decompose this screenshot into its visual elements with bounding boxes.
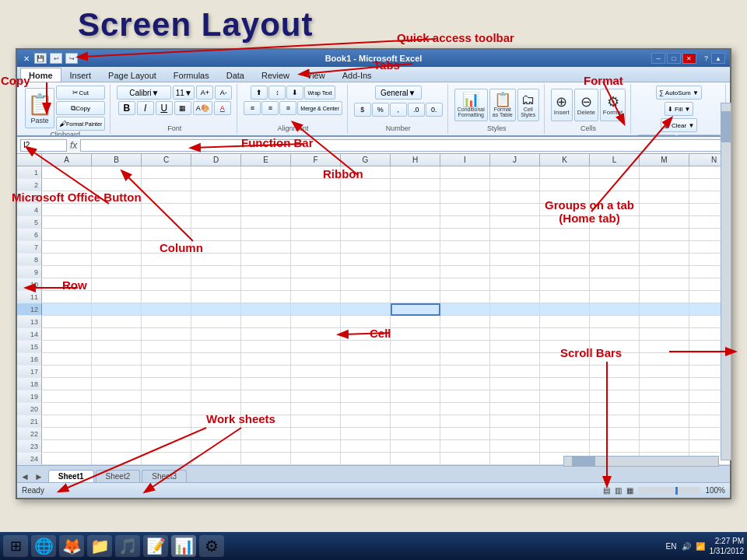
number-format-dropdown[interactable]: General ▼	[375, 86, 422, 100]
merge-button[interactable]: Merge & Center	[297, 101, 342, 115]
col-F[interactable]: F	[291, 154, 341, 166]
spreadsheet-cell[interactable]	[142, 378, 191, 390]
spreadsheet-cell[interactable]	[391, 254, 440, 266]
maximize-button[interactable]: □	[667, 53, 681, 64]
spreadsheet-cell[interactable]	[42, 303, 92, 316]
spreadsheet-cell[interactable]	[391, 428, 440, 440]
spreadsheet-cell[interactable]	[241, 191, 291, 204]
spreadsheet-cell[interactable]	[640, 266, 689, 278]
spreadsheet-cell[interactable]	[540, 266, 590, 278]
spreadsheet-cell[interactable]	[142, 415, 191, 428]
spreadsheet-cell[interactable]	[590, 241, 640, 254]
spreadsheet-cell[interactable]	[142, 266, 191, 278]
spreadsheet-cell[interactable]	[391, 216, 440, 229]
spreadsheet-cell[interactable]	[241, 278, 291, 291]
spreadsheet-cell[interactable]	[241, 303, 291, 316]
horizontal-scrollbar[interactable]	[563, 456, 719, 467]
close-button[interactable]: ✕	[682, 53, 696, 64]
spreadsheet-cell[interactable]	[540, 291, 590, 303]
tab-review[interactable]: Review	[253, 68, 298, 82]
font-size-dropdown[interactable]: 11 ▼	[173, 86, 195, 100]
spreadsheet-cell[interactable]	[640, 216, 689, 229]
spreadsheet-cell[interactable]	[291, 291, 341, 303]
spreadsheet-cell[interactable]	[241, 204, 291, 216]
taskbar-app-media[interactable]: 🎵	[115, 535, 140, 557]
spreadsheet-cell[interactable]	[640, 341, 689, 353]
view-normal-btn[interactable]: ▤	[603, 486, 610, 495]
spreadsheet-cell[interactable]	[191, 366, 241, 378]
spreadsheet-cell[interactable]	[241, 440, 291, 453]
spreadsheet-cell[interactable]	[540, 278, 590, 291]
spreadsheet-cell[interactable]	[440, 229, 490, 241]
col-G[interactable]: G	[341, 154, 391, 166]
spreadsheet-cell[interactable]	[341, 390, 391, 403]
spreadsheet-cell[interactable]	[241, 378, 291, 390]
spreadsheet-cell[interactable]	[490, 366, 540, 378]
sheet-tab-1[interactable]: Sheet1	[48, 470, 94, 482]
spreadsheet-cell[interactable]	[490, 303, 540, 316]
spreadsheet-cell[interactable]	[42, 403, 92, 415]
spreadsheet-cell[interactable]	[391, 229, 440, 241]
spreadsheet-cell[interactable]	[191, 291, 241, 303]
spreadsheet-cell[interactable]	[640, 291, 689, 303]
spreadsheet-cell[interactable]	[391, 390, 440, 403]
spreadsheet-cell[interactable]	[92, 254, 142, 266]
spreadsheet-cell[interactable]	[92, 316, 142, 328]
col-L[interactable]: L	[590, 154, 640, 166]
spreadsheet-cell[interactable]	[191, 316, 241, 328]
spreadsheet-cell[interactable]	[191, 229, 241, 241]
spreadsheet-cell[interactable]	[241, 390, 291, 403]
spreadsheet-cell[interactable]	[142, 216, 191, 229]
spreadsheet-cell[interactable]	[490, 453, 540, 465]
spreadsheet-cell[interactable]	[590, 229, 640, 241]
spreadsheet-cell[interactable]	[440, 278, 490, 291]
spreadsheet-cell[interactable]	[490, 278, 540, 291]
spreadsheet-cell[interactable]	[590, 403, 640, 415]
tab-view[interactable]: View	[298, 68, 334, 82]
spreadsheet-cell[interactable]	[42, 453, 92, 465]
spreadsheet-cell[interactable]	[440, 341, 490, 353]
spreadsheet-cell[interactable]	[391, 278, 440, 291]
spreadsheet-cell[interactable]	[490, 440, 540, 453]
spreadsheet-cell[interactable]	[391, 328, 440, 341]
percent-button[interactable]: %	[372, 103, 389, 117]
spreadsheet-cell[interactable]	[92, 303, 142, 316]
spreadsheet-cell[interactable]	[341, 291, 391, 303]
paste-button[interactable]: 📋 Paste	[25, 88, 54, 128]
taskbar-app-settings[interactable]: ⚙	[199, 535, 224, 557]
insert-button[interactable]: ⊕ Insert	[551, 89, 573, 121]
col-D[interactable]: D	[191, 154, 241, 166]
spreadsheet-cell[interactable]	[142, 428, 191, 440]
spreadsheet-cell[interactable]	[92, 179, 142, 191]
spreadsheet-cell[interactable]	[191, 204, 241, 216]
name-box[interactable]: I2	[20, 139, 67, 152]
spreadsheet-cell[interactable]	[540, 378, 590, 390]
spreadsheet-cell[interactable]	[291, 453, 341, 465]
spreadsheet-cell[interactable]	[142, 229, 191, 241]
spreadsheet-cell[interactable]	[92, 440, 142, 453]
active-cell[interactable]	[391, 303, 440, 316]
wrap-text-button[interactable]: Wrap Text	[304, 86, 335, 100]
qa-undo[interactable]: ↩	[50, 53, 62, 64]
underline-button[interactable]: U	[156, 101, 173, 115]
spreadsheet-cell[interactable]	[391, 440, 440, 453]
formula-input[interactable]	[80, 139, 727, 152]
spreadsheet-cell[interactable]	[42, 366, 92, 378]
spreadsheet-cell[interactable]	[590, 378, 640, 390]
spreadsheet-cell[interactable]	[590, 303, 640, 316]
font-name-dropdown[interactable]: Calibri ▼	[117, 86, 171, 100]
spreadsheet-cell[interactable]	[142, 254, 191, 266]
spreadsheet-cell[interactable]	[540, 229, 590, 241]
minimize-button[interactable]: ─	[651, 53, 665, 64]
currency-button[interactable]: $	[354, 103, 371, 117]
spreadsheet-cell[interactable]	[241, 366, 291, 378]
spreadsheet-cell[interactable]	[640, 428, 689, 440]
spreadsheet-cell[interactable]	[440, 403, 490, 415]
spreadsheet-cell[interactable]	[341, 278, 391, 291]
spreadsheet-cell[interactable]	[640, 179, 689, 191]
spreadsheet-cell[interactable]	[241, 453, 291, 465]
spreadsheet-cell[interactable]	[391, 341, 440, 353]
spreadsheet-cell[interactable]	[391, 378, 440, 390]
spreadsheet-cell[interactable]	[540, 328, 590, 341]
help-icon[interactable]: ?	[704, 54, 708, 62]
